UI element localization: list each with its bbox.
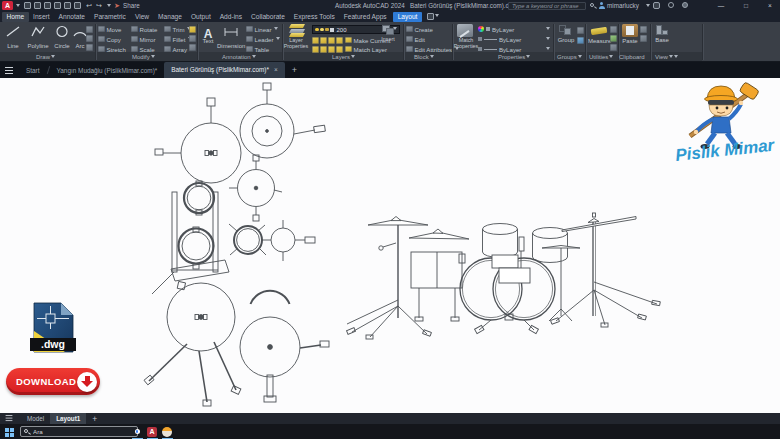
app-menu-button[interactable]: A (2, 1, 13, 10)
layer-isolate-icon[interactable] (320, 37, 327, 44)
tab-addins[interactable]: Add-ins (215, 12, 246, 22)
match-layer-tool[interactable]: Match Layer (345, 45, 387, 53)
tab-featured-apps[interactable]: Featured Apps (339, 12, 391, 22)
mascot-app-icon[interactable] (162, 427, 172, 437)
download-button[interactable]: DOWNLOAD (6, 368, 100, 395)
username[interactable]: mimarlucky (607, 2, 639, 9)
layer-delete-icon[interactable] (336, 46, 343, 53)
copy-clip-icon[interactable] (640, 26, 647, 33)
quick-calc-icon[interactable] (610, 35, 617, 42)
app-menu-caret-icon[interactable] (16, 4, 20, 9)
tab-doc1[interactable]: Yangın Mudağlu (PislikMimar.com)* (50, 67, 165, 74)
save-icon[interactable] (44, 2, 51, 9)
qat-dropdown-caret-icon[interactable] (107, 4, 111, 9)
new-layout-button[interactable]: + (92, 414, 97, 424)
trim-tool[interactable]: Trim (164, 25, 191, 33)
rectangle-tool-icon[interactable] (86, 26, 93, 33)
layers-panel-label[interactable]: Layers (332, 54, 355, 60)
close-button[interactable]: × (761, 0, 779, 11)
mirror-tool[interactable]: Mirror (131, 35, 155, 43)
block-create-tool[interactable]: Create (406, 25, 433, 33)
table-tool[interactable]: Table (246, 45, 269, 53)
object-color-dropdown[interactable]: ByLayer (478, 25, 550, 33)
tab-parametric[interactable]: Parametric (90, 12, 131, 22)
notification-icon[interactable] (682, 2, 688, 8)
draw-panel-label[interactable]: Draw (36, 54, 55, 60)
annotation-panel-label[interactable]: Annotation (222, 54, 256, 60)
open-folder-icon[interactable] (34, 2, 41, 9)
maximize-button[interactable]: □ (737, 0, 755, 11)
tab-collaborate[interactable]: Collaborate (247, 12, 290, 22)
text-tool[interactable]: A Text (199, 24, 217, 45)
user-caret-icon[interactable] (646, 4, 650, 9)
group-edit-icon[interactable] (577, 37, 584, 44)
taskbar-search-input[interactable] (20, 426, 138, 437)
autocad-taskbar-icon[interactable]: A (147, 427, 157, 437)
layer-state-icon[interactable] (312, 37, 319, 44)
explode-icon[interactable] (189, 44, 196, 51)
group-tool[interactable]: Group (556, 24, 576, 44)
move-tool[interactable]: Move (98, 25, 121, 33)
base-view-tool[interactable]: Base (653, 24, 671, 44)
ellipse-tool-icon[interactable] (86, 35, 93, 42)
start-button-icon[interactable] (5, 428, 14, 437)
tab-close-icon[interactable]: × (274, 66, 278, 73)
new-file-icon[interactable] (24, 2, 31, 9)
cut-icon[interactable] (640, 35, 647, 42)
draworder-icon[interactable] (189, 26, 196, 33)
line-tool[interactable]: Line (2, 24, 24, 50)
share-icon[interactable]: ➤ (114, 1, 120, 10)
erase-icon[interactable] (189, 35, 196, 42)
layer-walk-icon[interactable] (320, 46, 327, 53)
tab-insert[interactable]: Insert (29, 12, 55, 22)
match-properties-tool[interactable]: Match Properties (455, 24, 475, 50)
share-button[interactable]: Share (123, 2, 140, 9)
scale-tool[interactable]: Scale (131, 45, 155, 53)
redo-icon[interactable]: ↪ (96, 1, 102, 10)
id-point-icon[interactable] (610, 44, 617, 51)
insert-block-tool[interactable]: Insert (379, 24, 397, 43)
linear-tool[interactable]: Linear (246, 25, 278, 33)
layer-freeze-icon[interactable] (328, 37, 335, 44)
dimension-tool[interactable]: Dimension (217, 24, 245, 50)
print-icon[interactable] (74, 2, 81, 9)
block-edit-tool[interactable]: Edit (406, 35, 425, 43)
stretch-tool[interactable]: Stretch (98, 45, 126, 53)
minimize-button[interactable]: — (712, 0, 730, 11)
layer-merge-icon[interactable] (328, 46, 335, 53)
tab-layout1[interactable]: Layout1 (50, 413, 86, 424)
tab-layout-active[interactable]: Layout (393, 12, 422, 22)
ribbon-options-caret-icon[interactable] (435, 14, 439, 19)
groups-panel-label[interactable]: Groups (557, 54, 582, 60)
tab-home[interactable]: Home (2, 12, 29, 22)
new-drawing-button[interactable]: + (292, 65, 297, 75)
leader-tool[interactable]: Leader (246, 35, 280, 43)
file-tab-menu-icon[interactable] (5, 67, 13, 68)
clipboard-panel-label[interactable]: Clipboard (619, 54, 645, 60)
layer-off-icon[interactable] (336, 37, 343, 44)
undo-icon[interactable]: ↩ (86, 1, 92, 10)
plot-icon[interactable] (64, 2, 71, 9)
view-panel-label[interactable]: View (655, 54, 678, 60)
quick-select-icon[interactable] (610, 26, 617, 33)
modify-panel-label[interactable]: Modify (132, 54, 155, 60)
app-store-icon[interactable] (653, 2, 660, 9)
help-search-input[interactable] (508, 2, 586, 10)
lineweight-dropdown[interactable]: ByLayer (478, 35, 550, 43)
save-as-icon[interactable] (54, 2, 61, 9)
tab-start[interactable]: Start (19, 67, 47, 74)
circle-tool[interactable]: Circle (52, 24, 72, 50)
block-panel-label[interactable]: Block (414, 54, 434, 60)
help-icon[interactable] (668, 2, 674, 8)
hatch-tool-icon[interactable] (86, 44, 93, 51)
tab-model[interactable]: Model (21, 415, 50, 422)
tab-doc-active[interactable]: Bateri Görünüş (PislikMimar.com)*× (164, 62, 284, 78)
tab-annotate[interactable]: Annotate (54, 12, 89, 22)
tab-express-tools[interactable]: Express Tools (289, 12, 339, 22)
layer-properties-tool[interactable]: Layer Properties (285, 24, 309, 50)
paste-tool[interactable]: Paste (621, 24, 639, 45)
tab-output[interactable]: Output (186, 12, 215, 22)
ribbon-options-icon[interactable] (427, 13, 434, 20)
tab-manage[interactable]: Manage (154, 12, 187, 22)
search-icon[interactable] (590, 3, 594, 7)
